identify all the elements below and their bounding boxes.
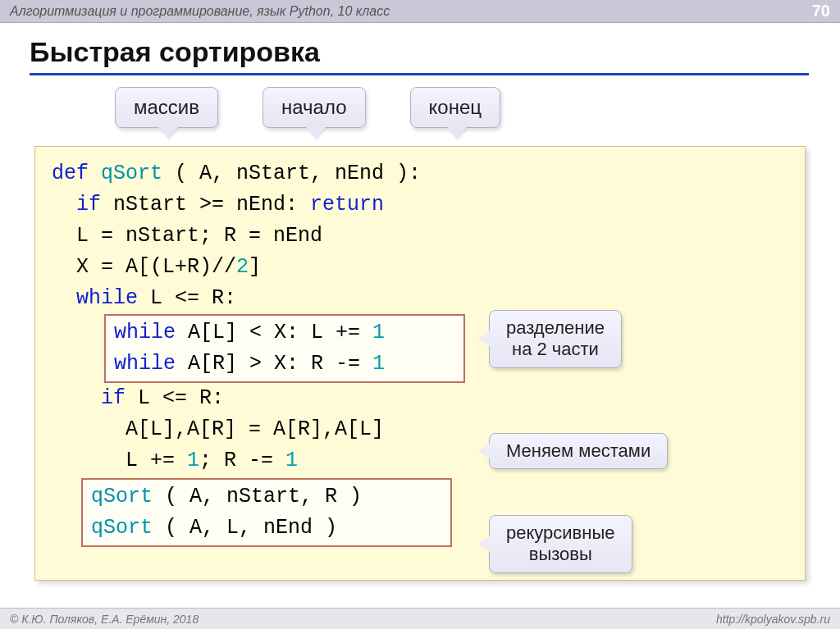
- recursive-box: qSort ( A, nStart, R ) qSort ( A, L, nEn…: [81, 478, 452, 547]
- callout-end: конец: [410, 87, 500, 128]
- callout-swap: Меняем местами: [489, 433, 668, 469]
- website-link: http://kpolyakov.spb.ru: [716, 613, 830, 626]
- course-title: Алгоритмизация и программирование, язык …: [10, 4, 390, 19]
- page-number: 70: [812, 2, 830, 21]
- slide-header: Алгоритмизация и программирование, язык …: [0, 0, 840, 23]
- callout-split: разделение на 2 части: [489, 310, 622, 368]
- slide-title: Быстрая сортировка: [30, 36, 809, 75]
- code-block: def qSort ( A, nStart, nEnd ): if nStart…: [34, 146, 806, 581]
- callout-array: массив: [115, 87, 218, 128]
- copyright: © К.Ю. Поляков, Е.А. Ерёмин, 2018: [10, 613, 199, 626]
- param-callouts: массив начало конец: [115, 87, 500, 128]
- slide-footer: © К.Ю. Поляков, Е.А. Ерёмин, 2018 http:/…: [0, 608, 840, 629]
- split-box: while A[L] < X: L += 1 while A[R] > X: R…: [104, 314, 465, 383]
- callout-recursive: рекурсивные вызовы: [489, 515, 632, 573]
- callout-start: начало: [262, 87, 366, 128]
